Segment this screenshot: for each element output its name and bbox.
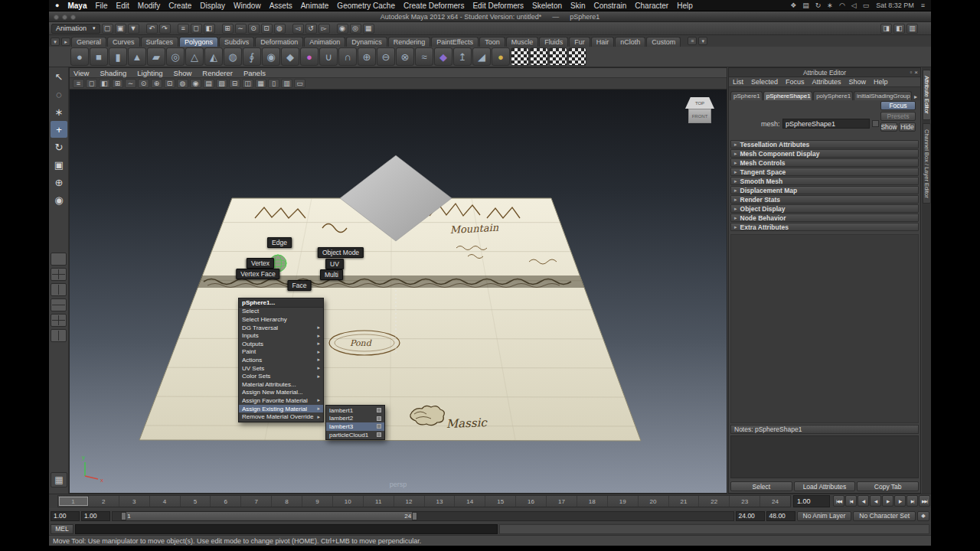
volume-icon[interactable]: ◁ [851,2,857,9]
menubar-item[interactable]: Skeleton [532,2,562,10]
isolate-select-icon[interactable]: ◫ [242,79,253,88]
ae-menu-item[interactable]: Attributes [812,78,841,86]
step-back-key-button[interactable]: ◀| [858,495,869,507]
attribute-section-header[interactable]: ▸ Node Behavior [730,214,919,222]
poly-soccerball-icon[interactable]: ◉ [262,47,280,66]
marking-menu-vertex-face[interactable]: Vertex Face [236,269,279,279]
context-menu-item[interactable]: pSphere1... [239,299,323,308]
menu-set-dropdown[interactable]: Animation ▾ [51,24,100,34]
user-menu-icon[interactable]: ≡ [921,2,925,9]
timeline-frame[interactable]: 6 [210,496,240,507]
timeline-frame[interactable]: 8 [271,496,302,507]
shelf-tab[interactable]: Polygons [179,37,218,47]
menubar-item[interactable]: Edit Deformers [472,2,524,10]
menubar-clock[interactable]: Sat 8:32 PM [876,2,914,9]
bevel-icon[interactable]: ◢ [472,47,491,66]
rotate-tool[interactable]: ↻ [51,139,67,155]
step-forward-frame-button[interactable]: ▶| [906,495,918,507]
make-live-icon[interactable]: ◍ [177,79,188,88]
shelf-tab[interactable]: nCloth [615,37,645,47]
view-cube-front-face[interactable]: FRONT [688,109,711,123]
wifi-icon[interactable]: ◠ [839,2,845,9]
two-d-pan-zoom-icon[interactable]: ⊟ [229,79,240,88]
soft-modification-tool[interactable]: ◉ [51,191,67,208]
select-hierarchy-icon[interactable]: ≡ [178,24,189,34]
poly-pipe-icon[interactable]: ◍ [224,47,242,66]
output-connections-icon[interactable]: ▻ [318,24,330,34]
planar-mapping-icon[interactable] [511,47,529,66]
marking-menu-object-mode[interactable]: Object Mode [318,247,364,258]
material-swatch[interactable] [377,424,381,429]
poly-plane-icon[interactable]: ▰ [147,47,165,66]
snap-grid-icon[interactable]: ⊞ [222,24,234,34]
mesh-name-field[interactable]: pSphereShape1 [782,119,870,129]
resolution-gate-icon[interactable]: ▯ [268,79,279,88]
shelf-tab[interactable]: Animation [304,37,345,47]
save-scene-icon[interactable]: ▼ [128,24,139,34]
scale-tool[interactable]: ▣ [51,156,67,173]
timeline-frame[interactable]: 10 [332,496,363,507]
context-menu-item[interactable]: UV Sets ▸ [239,364,323,373]
timeline-frame[interactable]: 18 [577,496,607,507]
auto-keyframe-icon[interactable]: ◆ [917,511,929,521]
snap-to-points-icon[interactable]: ⊙ [138,79,149,88]
snap-to-curves-icon[interactable]: ∼ [125,79,136,88]
timeline-frame[interactable]: 15 [485,496,515,507]
ae-bottom-button[interactable]: Load Attributes [794,481,856,491]
attribute-section-header[interactable]: ▸ Mesh Controls [730,158,919,167]
move-tool[interactable]: + [51,121,67,138]
window-controls[interactable] [54,15,76,20]
ae-tab[interactable]: pSphere1 [730,91,763,100]
material-swatch[interactable] [377,408,381,412]
shelf-tab[interactable]: Muscle [506,37,539,47]
gate-mask-icon[interactable]: ▥ [281,79,292,88]
battery-icon[interactable]: ▭ [863,2,870,9]
context-menu-item[interactable]: Select [239,308,323,316]
shelf-tab[interactable]: Fluids [539,37,568,47]
timeline-frame[interactable]: 17 [546,496,577,507]
context-menu-item[interactable]: Assign Existing Material ▸ [239,405,323,413]
smooth-icon[interactable]: ≈ [415,47,433,66]
marking-menu-vertex[interactable]: Vertex [247,258,274,269]
sidebar-tab[interactable]: Attribute Editor [923,70,931,120]
timeline-frame[interactable]: 11 [363,496,394,507]
play-backwards-button[interactable]: ◀ [870,495,881,507]
timeline-frame[interactable]: 4 [149,496,180,507]
poly-torus-icon[interactable]: ◎ [166,47,185,66]
timeline-frame[interactable]: 5 [180,496,211,507]
material-swatch[interactable] [377,432,381,437]
attribute-section-header[interactable]: ▸ Displacement Map [730,186,919,194]
shelf-tab[interactable]: Subdivs [219,37,254,47]
shelf-tab[interactable]: Custom [646,37,681,47]
time-machine-icon[interactable]: ↻ [815,2,822,9]
show-attribute-editor-icon[interactable]: ◨ [880,24,892,34]
viewport-menu-item[interactable]: View [74,69,89,77]
context-menu-item[interactable]: Assign New Material... [239,389,323,397]
attribute-section-header[interactable]: ▸ Render Stats [730,195,919,204]
view-cube[interactable]: TOP FRONT [685,97,714,126]
marking-menu-uv[interactable]: UV [325,259,344,269]
poly-helix-icon[interactable]: ∮ [243,47,261,66]
attribute-section-header[interactable]: ▸ Mesh Component Display [730,149,919,158]
ae-tab[interactable]: pSphereShape1 [763,91,812,100]
ae-menu-item[interactable]: Focus [786,78,805,86]
menubar-item[interactable]: Character [635,2,668,10]
go-to-start-button[interactable]: |◀◀ [833,495,844,507]
show-tool-settings-icon[interactable]: ◧ [893,24,905,34]
select-by-hierarchy-icon[interactable]: ≡ [73,79,84,88]
current-time-field[interactable]: 1.00 [793,495,830,507]
menubar-item[interactable]: Skin [570,2,585,10]
construction-history-icon[interactable]: ↺ [305,24,317,34]
ae-tab-overflow-icon[interactable]: ▸ [913,93,919,100]
viewport-menu-item[interactable]: Renderer [202,69,233,77]
open-scene-icon[interactable]: ▣ [115,24,126,34]
render-icon[interactable]: ◉ [337,24,348,34]
animation-start-field[interactable]: 1.00 [51,511,80,521]
material-submenu-item[interactable]: lambert1 [326,406,384,415]
snap-to-view-planes-icon[interactable]: ⊡ [164,79,175,88]
shelf-tab[interactable]: Deformation [255,37,303,47]
spaces-icon[interactable]: ❖ [790,2,796,9]
context-menu-item[interactable]: Color Sets ▸ [239,372,323,380]
context-menu-item[interactable]: Paint ▸ [239,348,323,357]
step-forward-key-button[interactable]: |▶ [894,495,906,507]
